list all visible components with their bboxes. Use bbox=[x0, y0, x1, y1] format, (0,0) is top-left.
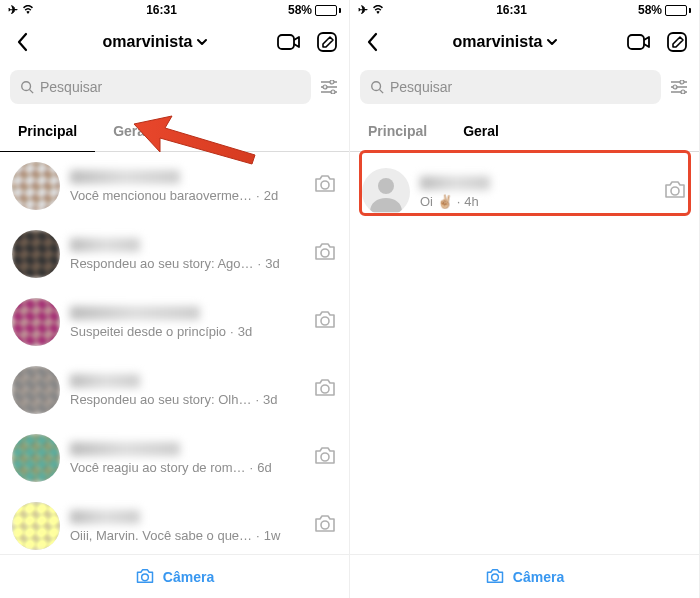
avatar bbox=[12, 230, 60, 278]
account-switcher[interactable]: omarvinista bbox=[103, 33, 209, 51]
chat-username-blurred bbox=[420, 176, 490, 190]
tab-geral[interactable]: Geral bbox=[95, 110, 167, 151]
username: omarvinista bbox=[103, 33, 193, 51]
svg-point-21 bbox=[491, 574, 498, 581]
camera-icon[interactable] bbox=[663, 180, 687, 204]
status-bar: ✈ 16:31 58% bbox=[0, 0, 349, 20]
chat-item[interactable]: Você reagiu ao story de rom… · 6d bbox=[0, 424, 349, 492]
svg-point-11 bbox=[321, 521, 329, 529]
svg-point-2 bbox=[22, 82, 31, 91]
svg-rect-1 bbox=[318, 33, 336, 51]
search-placeholder: Pesquisar bbox=[40, 79, 102, 95]
right-pane: ✈ 16:31 58% omarvinista bbox=[350, 0, 700, 598]
header: omarvinista bbox=[350, 20, 699, 64]
battery-icon bbox=[665, 5, 691, 16]
svg-point-19 bbox=[378, 178, 394, 194]
search-row: Pesquisar bbox=[0, 64, 349, 110]
chat-item[interactable]: Suspeitei desde o princípio · 3d bbox=[0, 288, 349, 356]
back-button[interactable] bbox=[10, 30, 34, 54]
svg-point-7 bbox=[321, 249, 329, 257]
video-call-button[interactable] bbox=[627, 30, 651, 54]
battery-percent: 58% bbox=[638, 3, 662, 17]
tab-geral[interactable]: Geral bbox=[445, 110, 517, 151]
camera-icon[interactable] bbox=[313, 378, 337, 402]
tabs: Principal Geral bbox=[350, 110, 699, 152]
username: omarvinista bbox=[453, 33, 543, 51]
svg-point-17 bbox=[673, 85, 677, 89]
chat-username-blurred bbox=[70, 442, 180, 456]
avatar bbox=[12, 366, 60, 414]
search-icon bbox=[370, 80, 384, 94]
svg-point-12 bbox=[141, 574, 148, 581]
avatar bbox=[12, 434, 60, 482]
account-switcher[interactable]: omarvinista bbox=[453, 33, 559, 51]
camera-icon[interactable] bbox=[313, 446, 337, 470]
svg-rect-13 bbox=[628, 35, 644, 49]
chat-list: Você mencionou baraoverme… · 2d Responde… bbox=[0, 152, 349, 554]
chat-item[interactable]: Você mencionou baraoverme… · 2d bbox=[0, 152, 349, 220]
camera-icon[interactable] bbox=[313, 310, 337, 334]
avatar bbox=[12, 298, 60, 346]
svg-point-20 bbox=[671, 187, 679, 195]
svg-point-3 bbox=[330, 80, 334, 84]
compose-button[interactable] bbox=[315, 30, 339, 54]
svg-point-8 bbox=[321, 317, 329, 325]
avatar bbox=[12, 502, 60, 550]
chat-list: Oi ✌🏼 · 4h bbox=[350, 152, 699, 554]
chevron-down-icon bbox=[546, 36, 558, 48]
chat-item[interactable]: Oi ✌🏼 · 4h bbox=[350, 158, 699, 226]
bottom-camera-bar[interactable]: Câmera bbox=[0, 554, 349, 598]
chat-username-blurred bbox=[70, 306, 200, 320]
svg-point-16 bbox=[680, 80, 684, 84]
left-pane: ✈ 16:31 58% omarvinista bbox=[0, 0, 350, 598]
svg-point-9 bbox=[321, 385, 329, 393]
svg-point-5 bbox=[331, 90, 335, 94]
chat-username-blurred bbox=[70, 170, 180, 184]
filter-button[interactable] bbox=[319, 77, 339, 97]
chevron-down-icon bbox=[196, 36, 208, 48]
status-time: 16:31 bbox=[496, 3, 527, 17]
chat-username-blurred bbox=[70, 238, 140, 252]
chat-username-blurred bbox=[70, 510, 140, 524]
airplane-icon: ✈ bbox=[358, 3, 368, 17]
svg-point-6 bbox=[321, 181, 329, 189]
status-bar: ✈ 16:31 58% bbox=[350, 0, 699, 20]
svg-point-18 bbox=[681, 90, 685, 94]
wifi-icon bbox=[371, 3, 385, 17]
battery-icon bbox=[315, 5, 341, 16]
camera-icon[interactable] bbox=[313, 242, 337, 266]
compose-button[interactable] bbox=[665, 30, 689, 54]
search-input[interactable]: Pesquisar bbox=[10, 70, 311, 104]
avatar bbox=[362, 168, 410, 216]
svg-rect-14 bbox=[668, 33, 686, 51]
svg-point-10 bbox=[321, 453, 329, 461]
chat-username-blurred bbox=[70, 374, 140, 388]
camera-icon bbox=[485, 568, 505, 585]
camera-icon bbox=[135, 568, 155, 585]
back-button[interactable] bbox=[360, 30, 384, 54]
status-time: 16:31 bbox=[146, 3, 177, 17]
wifi-icon bbox=[21, 3, 35, 17]
search-input[interactable]: Pesquisar bbox=[360, 70, 661, 104]
svg-rect-0 bbox=[278, 35, 294, 49]
filter-button[interactable] bbox=[669, 77, 689, 97]
airplane-icon: ✈ bbox=[8, 3, 18, 17]
chat-item[interactable]: Oiii, Marvin. Você sabe o que… · 1w bbox=[0, 492, 349, 554]
tab-principal[interactable]: Principal bbox=[350, 110, 445, 151]
tabs: Principal Geral bbox=[0, 110, 349, 152]
header: omarvinista bbox=[0, 20, 349, 64]
bottom-camera-bar[interactable]: Câmera bbox=[350, 554, 699, 598]
svg-point-4 bbox=[323, 85, 327, 89]
chat-item[interactable]: Respondeu ao seu story: Ago… · 3d bbox=[0, 220, 349, 288]
search-row: Pesquisar bbox=[350, 64, 699, 110]
svg-point-15 bbox=[372, 82, 381, 91]
tab-principal[interactable]: Principal bbox=[0, 110, 95, 151]
video-call-button[interactable] bbox=[277, 30, 301, 54]
chat-item[interactable]: Respondeu ao seu story: Olh… · 3d bbox=[0, 356, 349, 424]
camera-icon[interactable] bbox=[313, 174, 337, 198]
search-placeholder: Pesquisar bbox=[390, 79, 452, 95]
battery-percent: 58% bbox=[288, 3, 312, 17]
search-icon bbox=[20, 80, 34, 94]
avatar bbox=[12, 162, 60, 210]
camera-icon[interactable] bbox=[313, 514, 337, 538]
